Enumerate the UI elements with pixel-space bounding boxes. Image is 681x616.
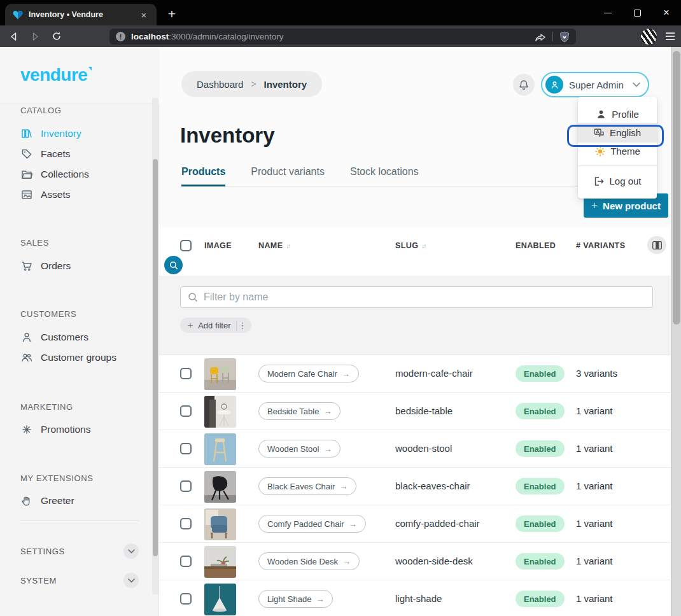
breadcrumb[interactable]: Dashboard > Inventory	[181, 71, 322, 97]
browser-profile-avatar[interactable]	[641, 29, 657, 45]
add-filter-button[interactable]: + Add filter ⋮	[180, 318, 251, 333]
asterisk-icon	[20, 424, 32, 436]
page-scrollbar-thumb[interactable]	[673, 51, 680, 325]
select-all-checkbox[interactable]	[180, 240, 192, 251]
table-row: Comfy Padded Chair→ comfy-padded-chair E…	[159, 505, 671, 542]
address-bar[interactable]: ! localhost:3000/admin/catalog/inventory	[109, 29, 576, 45]
window-minimize-button[interactable]	[593, 0, 622, 25]
browser-titlebar: Inventory • Vendure × + ×	[0, 0, 681, 25]
row-checkbox[interactable]	[180, 405, 192, 417]
menu-item-log-out[interactable]: Log out	[578, 172, 657, 190]
table-row: Black Eaves Chair→ black-eaves-chair Ena…	[159, 467, 671, 505]
person-icon	[596, 109, 607, 120]
sidebar-item-collections[interactable]: Collections	[20, 164, 89, 185]
row-checkbox[interactable]	[180, 368, 192, 379]
tab-products[interactable]: Products	[181, 166, 225, 186]
sort-icon[interactable]: ↓↑	[286, 242, 290, 249]
sidebar-item-label: Assets	[41, 189, 71, 200]
menu-item-profile[interactable]: Profile	[578, 106, 657, 123]
sidebar-item-greeter[interactable]: Greeter	[20, 491, 74, 511]
sidebar-scrollbar-thumb[interactable]	[153, 159, 158, 556]
tab-product-variants[interactable]: Product variants	[251, 166, 325, 186]
product-name-link[interactable]: Modern Cafe Chair→	[258, 365, 359, 382]
column-header-slug[interactable]: SLUG↓↑	[395, 241, 425, 250]
sidebar-item-inventory[interactable]: Inventory	[20, 123, 81, 144]
site-info-icon[interactable]: !	[116, 32, 125, 41]
browser-tab[interactable]: Inventory • Vendure ×	[5, 4, 157, 25]
table-row: Modern Cafe Chair→ modern-cafe-chair Ena…	[159, 354, 671, 392]
product-image	[204, 508, 236, 540]
share-icon[interactable]	[535, 32, 546, 42]
sidebar-item-label: Inventory	[41, 128, 81, 139]
search-icon	[169, 261, 178, 270]
menu-separator	[578, 165, 657, 166]
product-slug: black-eaves-chair	[395, 480, 470, 491]
column-visibility-button[interactable]	[647, 236, 666, 254]
bell-icon	[519, 80, 529, 90]
status-badge: Enabled	[516, 365, 565, 382]
kebab-menu-icon[interactable]: ⋮	[236, 321, 249, 330]
page-title: Inventory	[180, 123, 275, 148]
back-button[interactable]	[5, 28, 22, 45]
minimize-icon	[604, 13, 612, 13]
tab-close-icon[interactable]: ×	[137, 10, 150, 20]
chevron-down-icon[interactable]	[123, 543, 139, 559]
sidebar-item-facets[interactable]: Facets	[20, 144, 71, 164]
section-header-customers: CUSTOMERS	[20, 309, 76, 319]
row-checkbox[interactable]	[180, 518, 192, 529]
sidebar-scrollbar[interactable]	[152, 98, 158, 594]
breadcrumb-separator: >	[251, 79, 256, 89]
search-toggle-button[interactable]	[164, 256, 183, 274]
chevron-down-icon[interactable]	[123, 573, 139, 588]
sort-icon[interactable]: ↓↑	[421, 242, 425, 249]
close-icon: ×	[663, 8, 669, 18]
breadcrumb-dashboard[interactable]: Dashboard	[197, 79, 243, 90]
sidebar-item-promotions[interactable]: Promotions	[20, 419, 90, 440]
reload-button[interactable]	[48, 28, 65, 45]
tab-stock-locations[interactable]: Stock locations	[350, 166, 419, 186]
breadcrumb-inventory[interactable]: Inventory	[264, 79, 307, 90]
row-checkbox[interactable]	[180, 556, 192, 567]
product-name-link[interactable]: Black Eaves Chair→	[258, 477, 356, 495]
filter-input-wrap[interactable]	[180, 286, 653, 308]
row-checkbox[interactable]	[180, 443, 192, 454]
product-name-link[interactable]: Comfy Padded Chair→	[258, 515, 366, 533]
menu-item-english[interactable]: English	[578, 123, 657, 143]
variant-count: 1 variant	[576, 443, 613, 454]
tag-icon	[20, 148, 32, 160]
sidebar-item-orders[interactable]: Orders	[20, 256, 71, 276]
notifications-button[interactable]	[513, 74, 535, 95]
vendure-logo[interactable]: vendure	[20, 65, 87, 85]
window-maximize-button[interactable]	[622, 0, 652, 25]
product-name-link[interactable]: Wooden Side Desk→	[258, 552, 360, 570]
arrow-right-icon: →	[316, 594, 324, 604]
user-menu-button[interactable]: Super Admin	[541, 72, 649, 97]
menu-item-theme[interactable]: Theme	[578, 143, 657, 160]
sidebar-section-system[interactable]: SYSTEM	[20, 571, 139, 589]
product-image	[204, 471, 236, 503]
table-row: Wooden Stool→ wooden-stool Enabled 1 var…	[159, 430, 671, 467]
section-header-marketing: MARKETING	[20, 402, 73, 412]
sidebar-item-customers[interactable]: Customers	[20, 327, 88, 347]
product-slug: comfy-padded-chair	[395, 518, 480, 529]
filter-by-name-input[interactable]	[204, 291, 645, 303]
product-name-link[interactable]: Light Shade→	[258, 590, 333, 608]
sidebar-item-customer-groups[interactable]: Customer groups	[20, 347, 116, 368]
brave-shield-icon[interactable]	[559, 31, 570, 43]
sidebar-item-assets[interactable]: Assets	[20, 185, 71, 205]
product-name-link[interactable]: Bedside Table→	[258, 402, 340, 420]
new-tab-button[interactable]: +	[163, 5, 181, 23]
product-slug: light-shade	[395, 593, 442, 604]
product-name-link[interactable]: Wooden Stool→	[258, 440, 340, 458]
browser-menu-icon[interactable]	[666, 32, 675, 40]
user-name: Super Admin	[569, 80, 627, 90]
forward-button[interactable]	[27, 28, 43, 45]
language-icon	[594, 127, 605, 138]
window-close-button[interactable]: ×	[652, 0, 681, 25]
row-checkbox[interactable]	[180, 480, 192, 492]
row-checkbox[interactable]	[180, 593, 192, 605]
column-header-name[interactable]: NAME↓↑	[258, 241, 290, 250]
sidebar-section-settings[interactable]: SETTINGS	[20, 542, 139, 560]
page-scrollbar[interactable]	[671, 47, 681, 616]
person-icon	[20, 332, 32, 344]
